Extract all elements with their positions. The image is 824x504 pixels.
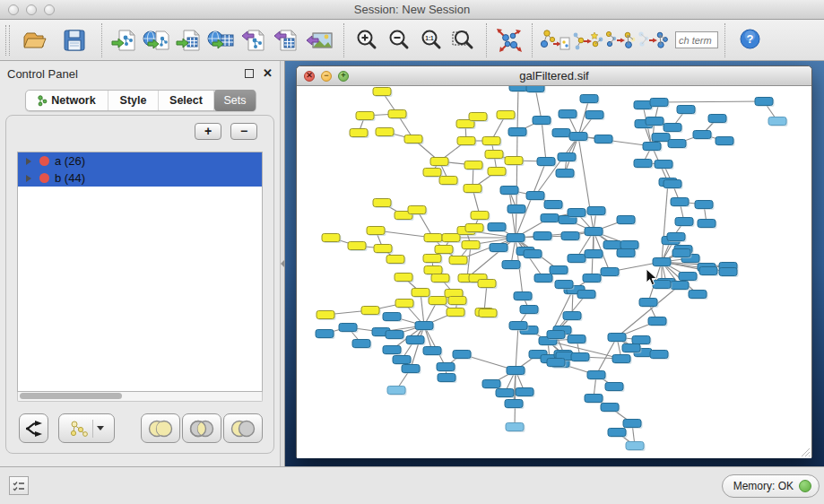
export-image-icon: [304, 28, 333, 53]
network-canvas[interactable]: [297, 86, 811, 458]
set-color-dot: [39, 156, 49, 166]
app-titlebar: Session: New Session: [0, 0, 824, 20]
import-table-web-button[interactable]: [205, 23, 238, 57]
dropdown-caret-icon[interactable]: [97, 426, 104, 430]
export-network-icon: [240, 28, 267, 53]
import-table-web-icon: [207, 28, 236, 53]
expand-arrow-icon[interactable]: [26, 175, 31, 182]
control-panel-tabs: Network Style Select Sets: [25, 90, 256, 111]
help-icon: ?: [740, 29, 760, 49]
union-venn-icon: [146, 419, 175, 439]
open-folder-icon: [22, 29, 48, 52]
create-set-from-network-button[interactable]: [58, 413, 115, 443]
search-input[interactable]: [675, 31, 718, 48]
statusbar: Memory: OK: [0, 466, 824, 504]
hide-unselected-icon: [636, 27, 668, 54]
union-sets-button[interactable]: [141, 413, 180, 443]
collapse-panel-arrow-icon[interactable]: [281, 260, 284, 267]
new-network-from-selection-icon: [540, 27, 570, 54]
tab-network-label: Network: [51, 94, 95, 107]
zoom-selection-icon: [451, 28, 476, 53]
sets-list: a (26) b (44): [17, 152, 263, 392]
import-table-file-button[interactable]: [173, 23, 205, 57]
intersection-venn-icon: [187, 419, 216, 439]
network-desktop: ✕ − + galFiltered.sif: [285, 61, 824, 466]
memory-status-label: Memory: OK: [733, 480, 794, 492]
network-window-titlebar[interactable]: ✕ − + galFiltered.sif: [297, 66, 811, 86]
import-network-web-icon: [143, 28, 171, 53]
import-network-web-button[interactable]: [141, 23, 173, 57]
yellow-network-icon: [69, 420, 89, 438]
import-network-file-icon: [111, 28, 138, 53]
toolbar-drag-handle[interactable]: [5, 25, 10, 56]
close-panel-icon[interactable]: ✕: [263, 69, 273, 78]
tab-style-label: Style: [120, 94, 147, 107]
sets-panel: + − a (26) b (44): [5, 115, 274, 454]
network-tab-icon: [38, 95, 48, 107]
tab-sets-label: Sets: [223, 94, 246, 107]
main-toolbar: 1:1: [0, 20, 824, 61]
svg-text:?: ?: [747, 32, 754, 46]
app-title: Session: New Session: [0, 3, 824, 16]
import-network-file-button[interactable]: [108, 23, 141, 57]
zoom-1-1-icon: 1:1: [419, 28, 444, 53]
set-row-label: b (44): [55, 171, 85, 185]
export-table-icon: [273, 28, 299, 53]
svg-text:1:1: 1:1: [425, 34, 434, 40]
float-panel-icon[interactable]: [245, 69, 254, 78]
tab-select-label: Select: [169, 94, 203, 107]
open-session-button[interactable]: [19, 23, 51, 57]
network-window[interactable]: ✕ − + galFiltered.sif: [296, 65, 812, 458]
hide-unselected-button[interactable]: [636, 23, 668, 57]
window-resize-grip[interactable]: [799, 446, 811, 457]
add-set-button[interactable]: +: [195, 123, 221, 140]
scrollbar-thumb[interactable]: [20, 393, 122, 399]
layout-icon: [495, 27, 524, 54]
export-network-button[interactable]: [238, 23, 270, 57]
zoom-out-icon: [386, 28, 412, 53]
split-arrows-icon: [24, 420, 44, 438]
tab-sets[interactable]: Sets: [214, 90, 256, 111]
memory-status-button[interactable]: Memory: OK: [722, 474, 820, 498]
export-image-button[interactable]: [302, 23, 334, 57]
control-panel-title: Control Panel: [7, 67, 78, 81]
remove-set-button[interactable]: −: [230, 123, 257, 140]
save-session-button[interactable]: [58, 23, 91, 57]
difference-sets-button[interactable]: [223, 413, 263, 443]
zoom-in-icon: [354, 28, 379, 53]
task-list-icon: [13, 481, 25, 491]
sets-horizontal-scrollbar[interactable]: [17, 392, 263, 402]
set-row-label: a (26): [55, 154, 85, 168]
expand-arrow-icon[interactable]: [26, 158, 31, 165]
expand-selection-button[interactable]: [603, 23, 636, 57]
zoom-one-to-one-button[interactable]: 1:1: [415, 23, 447, 57]
set-color-dot: [39, 173, 49, 183]
set-row-b[interactable]: b (44): [18, 169, 262, 187]
export-table-button[interactable]: [270, 23, 302, 57]
import-table-file-icon: [176, 28, 203, 53]
zoom-in-button[interactable]: [351, 23, 383, 57]
set-row-a[interactable]: a (26): [18, 152, 262, 169]
difference-venn-icon: [229, 419, 257, 439]
tab-network[interactable]: Network: [26, 91, 108, 110]
apply-preferred-layout-button[interactable]: [493, 23, 525, 57]
task-history-button[interactable]: [9, 476, 29, 495]
network-graph[interactable]: [297, 86, 811, 458]
zoom-out-button[interactable]: [383, 23, 415, 57]
memory-ok-indicator: [799, 480, 811, 492]
save-floppy-icon: [63, 29, 86, 52]
select-first-neighbors-button[interactable]: [571, 23, 603, 57]
network-window-title: galFiltered.sif: [297, 69, 811, 83]
first-neighbors-icon: [571, 27, 603, 54]
new-network-from-selection-button[interactable]: [539, 23, 571, 57]
expand-selection-icon: [603, 27, 636, 54]
zoom-selected-region-button[interactable]: [447, 23, 480, 57]
help-button[interactable]: ?: [739, 29, 761, 51]
control-panel: Control Panel ✕ Network Style Select: [0, 61, 280, 466]
tab-style[interactable]: Style: [108, 91, 159, 110]
tab-select[interactable]: Select: [159, 91, 214, 110]
split-set-button[interactable]: [19, 413, 48, 443]
intersect-sets-button[interactable]: [182, 413, 221, 443]
